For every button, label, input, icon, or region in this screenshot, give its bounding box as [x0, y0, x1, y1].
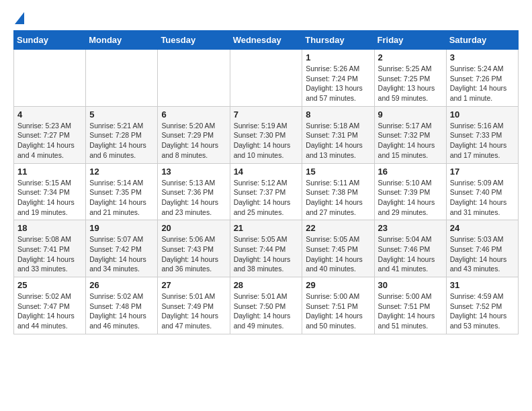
calendar-cell: 13Sunrise: 5:13 AM Sunset: 7:36 PM Dayli… [158, 163, 230, 220]
calendar-cell: 9Sunrise: 5:17 AM Sunset: 7:32 PM Daylig… [374, 106, 446, 163]
calendar-cell: 25Sunrise: 5:02 AM Sunset: 7:47 PM Dayli… [14, 277, 86, 334]
day-number: 18 [17, 223, 82, 233]
day-number: 28 [234, 280, 299, 290]
day-info: Sunrise: 5:14 AM Sunset: 7:35 PM Dayligh… [89, 178, 154, 218]
calendar-cell: 3Sunrise: 5:24 AM Sunset: 7:26 PM Daylig… [446, 50, 518, 107]
calendar-cell [86, 50, 158, 107]
calendar-cell: 28Sunrise: 5:01 AM Sunset: 7:50 PM Dayli… [230, 277, 302, 334]
day-info: Sunrise: 5:07 AM Sunset: 7:42 PM Dayligh… [89, 234, 154, 274]
day-info: Sunrise: 5:10 AM Sunset: 7:39 PM Dayligh… [378, 178, 443, 218]
day-info: Sunrise: 5:16 AM Sunset: 7:33 PM Dayligh… [450, 121, 515, 161]
day-number: 5 [89, 109, 154, 120]
day-number: 10 [450, 109, 515, 120]
header [13, 12, 519, 24]
day-number: 22 [306, 223, 370, 233]
calendar-cell: 11Sunrise: 5:15 AM Sunset: 7:34 PM Dayli… [14, 163, 86, 220]
calendar-cell: 6Sunrise: 5:20 AM Sunset: 7:29 PM Daylig… [158, 106, 230, 163]
calendar-cell: 12Sunrise: 5:14 AM Sunset: 7:35 PM Dayli… [86, 163, 158, 220]
calendar-week-row: 18Sunrise: 5:08 AM Sunset: 7:41 PM Dayli… [14, 220, 519, 277]
day-number: 27 [161, 280, 226, 290]
weekday-header-wednesday: Wednesday [230, 31, 302, 50]
day-info: Sunrise: 5:02 AM Sunset: 7:47 PM Dayligh… [17, 291, 82, 331]
day-number: 13 [161, 167, 226, 177]
calendar-cell: 10Sunrise: 5:16 AM Sunset: 7:33 PM Dayli… [446, 106, 518, 163]
page: SundayMondayTuesdayWednesdayThursdayFrid… [0, 0, 532, 347]
calendar-cell: 2Sunrise: 5:25 AM Sunset: 7:25 PM Daylig… [374, 50, 446, 107]
day-info: Sunrise: 5:12 AM Sunset: 7:37 PM Dayligh… [234, 178, 299, 218]
weekday-header-sunday: Sunday [14, 31, 86, 50]
day-number: 15 [306, 167, 370, 177]
calendar-cell [230, 50, 302, 107]
weekday-header-tuesday: Tuesday [158, 31, 230, 50]
day-info: Sunrise: 5:20 AM Sunset: 7:29 PM Dayligh… [161, 121, 226, 161]
calendar-cell: 18Sunrise: 5:08 AM Sunset: 7:41 PM Dayli… [14, 220, 86, 277]
day-number: 11 [17, 167, 82, 177]
day-info: Sunrise: 5:04 AM Sunset: 7:46 PM Dayligh… [378, 234, 443, 274]
calendar-cell: 31Sunrise: 4:59 AM Sunset: 7:52 PM Dayli… [446, 277, 518, 334]
day-info: Sunrise: 5:19 AM Sunset: 7:30 PM Dayligh… [234, 121, 299, 161]
day-info: Sunrise: 5:06 AM Sunset: 7:43 PM Dayligh… [161, 234, 226, 274]
day-info: Sunrise: 5:03 AM Sunset: 7:46 PM Dayligh… [450, 234, 515, 274]
calendar-cell: 30Sunrise: 5:00 AM Sunset: 7:51 PM Dayli… [374, 277, 446, 334]
day-info: Sunrise: 5:18 AM Sunset: 7:31 PM Dayligh… [306, 121, 370, 161]
day-number: 8 [306, 109, 370, 120]
day-number: 20 [161, 223, 226, 233]
calendar-cell: 22Sunrise: 5:05 AM Sunset: 7:45 PM Dayli… [302, 220, 374, 277]
calendar-cell: 19Sunrise: 5:07 AM Sunset: 7:42 PM Dayli… [86, 220, 158, 277]
day-number: 17 [450, 167, 515, 177]
calendar-cell [14, 50, 86, 107]
day-info: Sunrise: 5:15 AM Sunset: 7:34 PM Dayligh… [17, 178, 82, 218]
calendar-cell: 23Sunrise: 5:04 AM Sunset: 7:46 PM Dayli… [374, 220, 446, 277]
day-info: Sunrise: 5:05 AM Sunset: 7:45 PM Dayligh… [306, 234, 370, 274]
day-number: 9 [378, 109, 443, 120]
day-number: 23 [378, 223, 443, 233]
calendar-cell: 7Sunrise: 5:19 AM Sunset: 7:30 PM Daylig… [230, 106, 302, 163]
day-info: Sunrise: 4:59 AM Sunset: 7:52 PM Dayligh… [450, 291, 515, 331]
calendar-week-row: 25Sunrise: 5:02 AM Sunset: 7:47 PM Dayli… [14, 277, 519, 334]
day-number: 29 [306, 280, 370, 290]
calendar-cell: 24Sunrise: 5:03 AM Sunset: 7:46 PM Dayli… [446, 220, 518, 277]
calendar-cell: 16Sunrise: 5:10 AM Sunset: 7:39 PM Dayli… [374, 163, 446, 220]
day-number: 31 [450, 280, 515, 290]
calendar-cell: 20Sunrise: 5:06 AM Sunset: 7:43 PM Dayli… [158, 220, 230, 277]
calendar-cell: 15Sunrise: 5:11 AM Sunset: 7:38 PM Dayli… [302, 163, 374, 220]
day-info: Sunrise: 5:17 AM Sunset: 7:32 PM Dayligh… [378, 121, 443, 161]
calendar-week-row: 1Sunrise: 5:26 AM Sunset: 7:24 PM Daylig… [14, 50, 519, 107]
day-number: 16 [378, 167, 443, 177]
weekday-header-friday: Friday [374, 31, 446, 50]
day-info: Sunrise: 5:09 AM Sunset: 7:40 PM Dayligh… [450, 178, 515, 218]
calendar-week-row: 4Sunrise: 5:23 AM Sunset: 7:27 PM Daylig… [14, 106, 519, 163]
weekday-header-saturday: Saturday [446, 31, 518, 50]
day-number: 4 [17, 109, 82, 120]
day-number: 30 [378, 280, 443, 290]
day-number: 24 [450, 223, 515, 233]
day-info: Sunrise: 5:11 AM Sunset: 7:38 PM Dayligh… [306, 178, 370, 218]
day-info: Sunrise: 5:00 AM Sunset: 7:51 PM Dayligh… [378, 291, 443, 331]
logo-triangle-icon [15, 12, 24, 24]
calendar-cell: 8Sunrise: 5:18 AM Sunset: 7:31 PM Daylig… [302, 106, 374, 163]
weekday-header-monday: Monday [86, 31, 158, 50]
day-number: 12 [89, 167, 154, 177]
day-info: Sunrise: 5:24 AM Sunset: 7:26 PM Dayligh… [450, 64, 515, 103]
weekday-header-thursday: Thursday [302, 31, 374, 50]
day-info: Sunrise: 5:02 AM Sunset: 7:48 PM Dayligh… [89, 291, 154, 331]
day-number: 21 [234, 223, 299, 233]
day-number: 19 [89, 223, 154, 233]
calendar-cell: 14Sunrise: 5:12 AM Sunset: 7:37 PM Dayli… [230, 163, 302, 220]
day-info: Sunrise: 5:21 AM Sunset: 7:28 PM Dayligh… [89, 121, 154, 161]
calendar-cell: 4Sunrise: 5:23 AM Sunset: 7:27 PM Daylig… [14, 106, 86, 163]
day-info: Sunrise: 5:08 AM Sunset: 7:41 PM Dayligh… [17, 234, 82, 274]
day-info: Sunrise: 5:25 AM Sunset: 7:25 PM Dayligh… [378, 64, 443, 103]
calendar-week-row: 11Sunrise: 5:15 AM Sunset: 7:34 PM Dayli… [14, 163, 519, 220]
day-number: 2 [378, 52, 443, 62]
calendar-cell: 5Sunrise: 5:21 AM Sunset: 7:28 PM Daylig… [86, 106, 158, 163]
calendar-cell: 1Sunrise: 5:26 AM Sunset: 7:24 PM Daylig… [302, 50, 374, 107]
calendar-cell: 27Sunrise: 5:01 AM Sunset: 7:49 PM Dayli… [158, 277, 230, 334]
day-info: Sunrise: 5:01 AM Sunset: 7:50 PM Dayligh… [234, 291, 299, 331]
calendar-cell: 29Sunrise: 5:00 AM Sunset: 7:51 PM Dayli… [302, 277, 374, 334]
day-number: 1 [306, 52, 370, 62]
calendar-cell: 17Sunrise: 5:09 AM Sunset: 7:40 PM Dayli… [446, 163, 518, 220]
calendar-cell: 26Sunrise: 5:02 AM Sunset: 7:48 PM Dayli… [86, 277, 158, 334]
day-info: Sunrise: 5:01 AM Sunset: 7:49 PM Dayligh… [161, 291, 226, 331]
calendar-cell: 21Sunrise: 5:05 AM Sunset: 7:44 PM Dayli… [230, 220, 302, 277]
